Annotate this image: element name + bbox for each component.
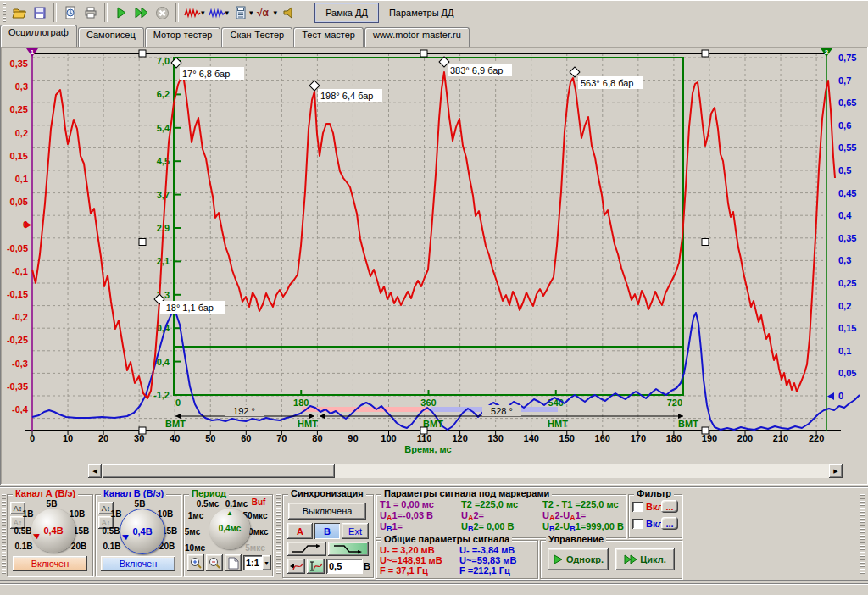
frame-handle[interactable] (139, 239, 146, 246)
peak-label: 17° 6,8 бар (182, 69, 230, 79)
filter-b-checkbox[interactable] (632, 519, 643, 529)
panel-grip[interactable] (2, 494, 6, 576)
pressure-axis-label: 2,1 (157, 256, 170, 266)
tab-4[interactable]: Скан-Тестер (221, 27, 292, 47)
zoom-out-button[interactable] (206, 554, 223, 571)
time-axis-label: 60 (241, 433, 251, 443)
params-dd-button[interactable]: Параметры ДД (379, 3, 465, 22)
save-icon[interactable] (30, 3, 50, 23)
falling-edge-button[interactable] (328, 542, 369, 556)
sound-icon[interactable] (279, 3, 299, 23)
voltage-b-axis-label: 0,75 (838, 53, 856, 63)
cursor-label: -18° 1,1 бар (163, 303, 214, 313)
voltage-b-axis-label: 0,4 (838, 210, 852, 220)
channel-a-range-knob[interactable]: 0,4В ◀ (31, 509, 75, 553)
cyclic-run-button[interactable]: Цикл. (615, 548, 675, 570)
scroll-left-button[interactable]: ◀ (88, 464, 102, 478)
sync-source-ext-button[interactable]: Ext (342, 523, 369, 539)
new-buffer-button[interactable] (225, 554, 242, 571)
zoom-in-button[interactable] (187, 554, 204, 571)
knob-scale-label: 5В (47, 499, 58, 509)
period-title: Период (189, 488, 229, 498)
zero-a-arrow-icon (25, 221, 31, 229)
frame-handle[interactable] (702, 50, 709, 57)
marker-params-title: Параметры сигнала под маркерами (381, 488, 552, 498)
signal-blue-icon[interactable] (207, 3, 227, 23)
signal-red-icon[interactable] (182, 3, 203, 23)
print-icon[interactable] (81, 3, 101, 23)
knob-scale-label: 1В (23, 509, 34, 519)
voltage-a-axis-label: -0,3 (12, 359, 28, 369)
oscilloscope-plot: 7,06,25,44,53,72,92,11,30,4-0,4-1,201803… (0, 47, 868, 485)
print-preview-icon[interactable] (60, 3, 81, 23)
peak-label: 198° 6,4 бар (320, 91, 373, 101)
sync-source-b-button[interactable]: В (314, 523, 340, 539)
peak-marker[interactable] (570, 67, 580, 77)
tab-3[interactable]: Мотор-тестер (145, 27, 221, 47)
stop-icon[interactable] (152, 3, 172, 23)
level-trigger-icon-button[interactable] (307, 559, 325, 574)
chevron-down-icon[interactable]: ▾ (249, 8, 253, 17)
voltage-a-axis-label: -0,1 (12, 266, 28, 276)
channel-b-power-button[interactable]: Включен (101, 556, 175, 571)
filter-a-more-button[interactable]: ... (661, 500, 678, 513)
toolbar-separator (104, 3, 108, 22)
scrollbar-thumb[interactable] (103, 464, 335, 478)
single-trigger-icon-button[interactable] (287, 559, 305, 574)
period-value: 0,4мс (209, 524, 250, 533)
knob-scale-label: 20В (71, 542, 86, 551)
tab-6[interactable]: www.motor-master.ru (364, 27, 470, 47)
sync-source-a-button[interactable]: А (287, 523, 313, 539)
period-group: Период Buf 0.5мс0.1мс1мс50мкс5мс10мкс10м… (183, 494, 273, 576)
single-run-button[interactable]: Однокр. (548, 548, 609, 570)
formula-icon[interactable]: √α (255, 3, 275, 23)
peak-marker[interactable] (171, 58, 181, 68)
buffer-label: Buf (252, 498, 266, 507)
tab-1[interactable]: Осциллограф (0, 25, 77, 47)
frame-handle[interactable] (702, 239, 709, 246)
degree-axis-label: 360 (420, 398, 436, 408)
marker-param-value: UА2-UА1= (542, 510, 586, 522)
fast-play-icon (624, 554, 637, 564)
open-icon[interactable] (9, 3, 30, 23)
time-axis-label: 170 (631, 433, 646, 443)
tab-5[interactable]: Тест-мастер (293, 27, 364, 47)
general-params-title: Общие параметры сигнала (381, 534, 512, 544)
voltage-b-axis-label: 0,45 (838, 188, 856, 198)
panel-grip[interactable] (860, 494, 865, 576)
sync-level-input[interactable]: 0,5 (326, 559, 363, 574)
zoom-ratio-dropdown[interactable]: ▼ (262, 555, 271, 570)
channel-a-power-button[interactable]: Включен (13, 556, 87, 571)
panel-grip[interactable] (276, 494, 281, 576)
knob-scale-label: 0.1мс (225, 499, 248, 509)
time-axis-label: 200 (737, 433, 753, 443)
chevron-down-icon[interactable]: ▾ (201, 8, 205, 17)
frame-handle[interactable] (420, 50, 427, 57)
scroll-right-button[interactable]: ▶ (829, 464, 843, 478)
run-fast-icon[interactable] (131, 3, 152, 23)
rising-edge-button[interactable] (287, 542, 326, 556)
filter-a-checkbox[interactable] (632, 502, 643, 512)
span-angle-label: 192 ° (233, 406, 255, 416)
period-knob[interactable]: 0,4мс ▲ (209, 509, 250, 549)
frame-dd-button[interactable]: Рамка ДД (314, 3, 379, 23)
sync-off-button[interactable]: Выключена (288, 503, 366, 520)
tab-bar: ОсциллографСамописецМотор-тестерСкан-Тес… (0, 25, 868, 47)
cyclic-run-label: Цикл. (640, 554, 665, 564)
channel-b-range-knob[interactable]: 0,4В ◀ (120, 509, 165, 554)
knob-scale-label: 1мс (188, 511, 203, 520)
chevron-down-icon[interactable]: ▾ (225, 8, 230, 17)
chevron-down-icon[interactable]: ▾ (274, 8, 278, 17)
filter-b-more-button[interactable]: ... (661, 517, 678, 530)
marker-param-value: UВ1= (380, 521, 403, 533)
run-icon[interactable] (111, 3, 131, 23)
calculator-icon[interactable] (231, 3, 251, 23)
horizontal-scrollbar[interactable]: ◀ ▶ (88, 464, 843, 478)
pressure-axis-label: 6,2 (157, 89, 170, 99)
frame-handle[interactable] (139, 50, 146, 57)
marker2-number: 2 (825, 48, 829, 56)
tab-2[interactable]: Самописец (78, 27, 144, 47)
dd-frame[interactable] (174, 58, 683, 395)
control-panel: Канал А (В/э) А↕ А↕ 5В1В10В0.5В15В0.1В20… (0, 487, 868, 581)
app-window: ▾ ▾ ▾ √α ▾ Рамка ДД Параметры ДД Осцилло… (0, 0, 868, 595)
